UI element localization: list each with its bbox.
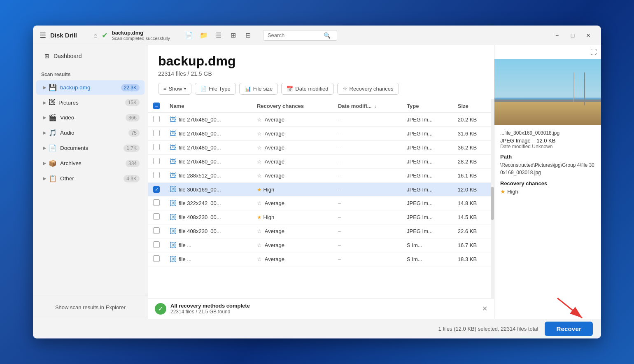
close-button[interactable]: ✕ bbox=[582, 29, 594, 42]
row-checkbox[interactable] bbox=[153, 227, 160, 234]
recover-button[interactable]: Recover bbox=[545, 322, 593, 336]
row-checkbox-cell[interactable] bbox=[148, 155, 165, 169]
row-checkbox[interactable] bbox=[153, 116, 160, 122]
row-checkbox[interactable]: ✓ bbox=[153, 186, 160, 193]
sidebar-item-archives[interactable]: ▶ 📦 Archives 334 bbox=[36, 156, 145, 170]
search-icon: 🔍 bbox=[324, 32, 331, 39]
recovery-star-icon: ☆ bbox=[257, 159, 262, 165]
list-icon-btn[interactable]: ☰ bbox=[212, 29, 225, 42]
table-row[interactable]: 🖼 file 270x480_00... ☆ Average – JPEG Im… bbox=[148, 127, 494, 141]
file-size-filter-button[interactable]: 📊 File size bbox=[239, 83, 278, 95]
row-size: 12.0 KB bbox=[453, 183, 494, 196]
table-row[interactable]: ✓ 🖼 file 300x169_00... ★ High – JPEG Im.… bbox=[148, 183, 494, 196]
folder-icon-btn[interactable]: 📁 bbox=[197, 29, 210, 42]
file-size-icon: 📊 bbox=[245, 86, 251, 92]
hamburger-icon[interactable]: ☰ bbox=[40, 31, 46, 40]
table-row[interactable]: 🖼 file 270x480_00... ☆ Average – JPEG Im… bbox=[148, 155, 494, 169]
sidebar-item-backup[interactable]: ▶ 💾 backup.dmg 22.3K bbox=[36, 80, 145, 95]
chevron-icon: ▶ bbox=[43, 100, 46, 105]
sidebar-item-audio[interactable]: ▶ 🎵 Audio 75 bbox=[36, 126, 145, 140]
file-type-icon: 🖼 bbox=[170, 130, 176, 138]
table-row[interactable]: 🖼 file ... ☆ Average – S Im... 16.7 KB bbox=[148, 238, 494, 252]
show-filter-button[interactable]: ≡ Show ▾ bbox=[158, 83, 191, 95]
row-checkbox-cell[interactable] bbox=[148, 210, 165, 224]
sidebar-item-pictures[interactable]: ▶ 🖼 Pictures 15K bbox=[36, 96, 145, 110]
preview-info: ...file_300x169_003018.jpg JPEG Image – … bbox=[494, 125, 601, 319]
row-checkbox[interactable] bbox=[153, 130, 160, 136]
title-bar-left: ☰ Disk Drill bbox=[40, 31, 77, 40]
app-title: Disk Drill bbox=[50, 32, 77, 39]
row-size: 22.6 KB bbox=[453, 224, 494, 238]
lamp-decoration2 bbox=[573, 72, 574, 102]
row-recovery: ☆ Average bbox=[252, 155, 333, 169]
show-scan-results-button[interactable]: Show scan results in Explorer bbox=[38, 301, 143, 314]
bottom-status: 1 files (12.0 KB) selected, 22314 files … bbox=[438, 326, 538, 332]
row-checkbox[interactable] bbox=[153, 158, 160, 164]
maximize-button[interactable]: □ bbox=[566, 29, 579, 42]
select-all-checkbox[interactable]: − bbox=[153, 103, 160, 109]
notif-close-button[interactable]: ✕ bbox=[482, 305, 487, 313]
row-checkbox[interactable] bbox=[153, 172, 160, 178]
recovery-chances-column-header[interactable]: Recovery chances bbox=[252, 99, 333, 113]
type-column-header[interactable]: Type bbox=[402, 99, 453, 113]
row-checkbox-cell[interactable] bbox=[148, 113, 165, 127]
row-type: JPEG Im... bbox=[402, 224, 453, 238]
title-bar-status: Scan completed successfully bbox=[112, 36, 170, 41]
row-checkbox[interactable] bbox=[153, 213, 160, 220]
table-row[interactable]: 🖼 file ... ☆ Average – S Im... 18.3 KB bbox=[148, 252, 494, 266]
preview-expand-button[interactable]: ⛶ bbox=[590, 49, 597, 56]
recovery-chances-filter-button[interactable]: ☆ Recovery chances bbox=[337, 83, 399, 95]
dashboard-menu-item[interactable]: ⊞ Dashboard bbox=[36, 49, 145, 63]
size-column-header[interactable]: Size bbox=[453, 99, 494, 113]
table-row[interactable]: 🖼 file 270x480_00... ☆ Average – JPEG Im… bbox=[148, 141, 494, 155]
file-size-label: File size bbox=[253, 86, 273, 92]
sidebar-item-video[interactable]: ▶ 🎬 Video 366 bbox=[36, 110, 145, 125]
sidebar-item-count-audio: 75 bbox=[128, 129, 140, 137]
scroll-thumb[interactable] bbox=[491, 187, 494, 220]
select-all-header[interactable]: − bbox=[148, 99, 165, 113]
recovery-star-icon: ☆ bbox=[257, 131, 262, 137]
row-size: 16.7 KB bbox=[453, 238, 494, 252]
file-type-icon: 🖼 bbox=[170, 242, 176, 249]
date-modified-filter-button[interactable]: 📅 Date modified bbox=[281, 83, 333, 95]
table-row[interactable]: 🖼 file 408x230_00... ★ High – JPEG Im...… bbox=[148, 210, 494, 224]
row-name: 🖼 file ... bbox=[165, 238, 252, 252]
row-checkbox[interactable] bbox=[153, 144, 160, 150]
row-checkbox-cell[interactable] bbox=[148, 169, 165, 183]
home-icon[interactable]: ⌂ bbox=[93, 32, 98, 39]
row-checkbox-cell[interactable]: ✓ bbox=[148, 183, 165, 196]
date-modified-column-header[interactable]: Date modifi... ↓ bbox=[333, 99, 402, 113]
file-type-filter-button[interactable]: 📄 File Type bbox=[195, 83, 236, 95]
row-checkbox-cell[interactable] bbox=[148, 238, 165, 252]
row-checkbox-cell[interactable] bbox=[148, 141, 165, 155]
row-date: – bbox=[333, 252, 402, 266]
file-table-header: − Name Recovery chances Date modifi... ↓ bbox=[148, 99, 494, 113]
minimize-button[interactable]: − bbox=[551, 29, 563, 42]
table-row[interactable]: 🖼 file 322x242_00... ☆ Average – JPEG Im… bbox=[148, 196, 494, 210]
row-checkbox-cell[interactable] bbox=[148, 252, 165, 266]
search-input[interactable] bbox=[268, 32, 321, 38]
table-row[interactable]: 🖼 file 408x230_00... ☆ Average – JPEG Im… bbox=[148, 224, 494, 238]
row-checkbox[interactable] bbox=[153, 241, 160, 248]
row-type: JPEG Im... bbox=[402, 113, 453, 127]
row-checkbox-cell[interactable] bbox=[148, 127, 165, 141]
table-row[interactable]: 🖼 file 288x512_00... ☆ Average – JPEG Im… bbox=[148, 169, 494, 183]
table-row[interactable]: 🖼 file 270x480_00... ☆ Average – JPEG Im… bbox=[148, 113, 494, 127]
row-name: 🖼 file 408x230_00... bbox=[165, 224, 252, 238]
row-checkbox-cell[interactable] bbox=[148, 196, 165, 210]
name-column-header[interactable]: Name bbox=[165, 99, 252, 113]
row-checkbox[interactable] bbox=[153, 255, 160, 262]
recovery-star-icon: ★ bbox=[257, 187, 262, 193]
row-name: 🖼 file 270x480_00... bbox=[165, 127, 252, 141]
scan-results-title: Scan results bbox=[33, 67, 148, 80]
sidebar-item-label-backup: backup.dmg bbox=[60, 84, 121, 91]
doc-icon-btn[interactable]: 📄 bbox=[182, 29, 196, 42]
sidebar-item-documents[interactable]: ▶ 📄 Documents 1.7K bbox=[36, 141, 145, 155]
chevron-icon: ▶ bbox=[43, 176, 46, 181]
row-checkbox-cell[interactable] bbox=[148, 224, 165, 238]
row-checkbox[interactable] bbox=[153, 199, 160, 206]
grid-icon-btn[interactable]: ⊞ bbox=[227, 29, 240, 42]
sidebar-item-other[interactable]: ▶ 📋 Other 4.9K bbox=[36, 171, 145, 186]
columns-icon-btn[interactable]: ⊟ bbox=[242, 29, 255, 42]
row-name: 🖼 file 322x242_00... bbox=[165, 196, 252, 210]
